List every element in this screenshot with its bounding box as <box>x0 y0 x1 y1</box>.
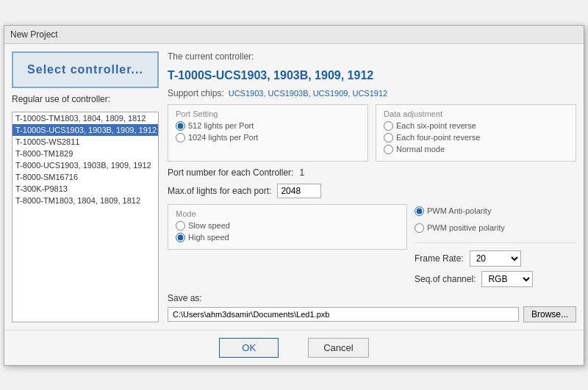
seq-label: Seq.of channel: <box>415 274 476 284</box>
four-point-row: Each four-point reverse <box>384 133 568 142</box>
support-chips-label: Support chips: <box>168 88 224 98</box>
footer: OK Cancel <box>4 330 584 365</box>
list-item[interactable]: T-8000-TM1803, 1804, 1809, 1812 <box>12 195 158 206</box>
pwm-positive-label: PWM positive polarity <box>427 223 505 232</box>
port-number-row: Port number for each Controller: 1 <box>168 167 576 178</box>
frame-rate-label: Frame Rate: <box>415 253 464 264</box>
normal-mode-radio[interactable] <box>384 145 393 154</box>
mid-section: Mode Slow speed High speed <box>168 204 576 287</box>
six-point-row: Each six-point reverse <box>384 121 568 131</box>
title-bar: New Project <box>4 26 584 44</box>
browse-button[interactable]: Browse... <box>523 306 576 322</box>
max-lights-input[interactable] <box>277 184 321 198</box>
ok-button[interactable]: OK <box>219 338 279 358</box>
mid-left: Mode Slow speed High speed <box>168 204 407 287</box>
seq-row: Seq.of channel: RGBRBGGRBGBRBRGBGR <box>415 271 576 287</box>
max-lights-label: Max.of lights for each port: <box>168 186 271 196</box>
slow-speed-label: Slow speed <box>188 221 230 230</box>
seq-select[interactable]: RGBRBGGRBGBRBRGBGR <box>481 271 533 287</box>
four-point-radio[interactable] <box>384 133 393 142</box>
mode-title: Mode <box>176 209 399 218</box>
new-project-window: New Project Select controller... Regular… <box>4 25 584 366</box>
right-panel: The current controller: T-1000S-UCS1903,… <box>168 51 576 322</box>
list-item[interactable]: T-1000S-UCS1903, 1903B, 1909, 1912 <box>12 124 158 136</box>
support-chips-value: UCS1903, UCS1903B, UCS1909, UCS1912 <box>229 89 387 98</box>
pwm-box: PWM Anti-polarity PWM positive polarity <box>415 204 576 235</box>
left-panel: Select controller... Regular use of cont… <box>12 51 159 322</box>
max-lights-row: Max.of lights for each port: <box>168 184 576 198</box>
data-adjustment-box: Data adjustment Each six-point reverse E… <box>376 104 576 162</box>
six-point-label: Each six-point reverse <box>396 121 476 130</box>
current-controller-label: The current controller: <box>168 51 576 62</box>
frame-rate-select[interactable]: 2025304050 <box>470 250 521 267</box>
port-512-radio[interactable] <box>176 121 185 131</box>
normal-mode-label: Normal mode <box>396 145 445 154</box>
mode-box: Mode Slow speed High speed <box>168 204 407 250</box>
cancel-button[interactable]: Cancel <box>308 338 368 358</box>
data-adjustment-title: Data adjustment <box>384 109 568 118</box>
select-controller-button[interactable]: Select controller... <box>12 51 159 88</box>
normal-mode-row: Normal mode <box>384 145 568 154</box>
slow-speed-radio[interactable] <box>176 221 185 231</box>
controller-name: T-1000S-UCS1903, 1903B, 1909, 1912 <box>168 69 576 82</box>
frame-rate-row: Frame Rate: 2025304050 <box>415 250 576 267</box>
pwm-anti-row: PWM Anti-polarity <box>415 206 576 216</box>
list-item[interactable]: T-8000-SM16716 <box>12 171 158 183</box>
save-path-input[interactable] <box>168 307 519 322</box>
list-item[interactable]: T-8000-TM1829 <box>12 148 158 159</box>
port-1024-radio[interactable] <box>176 133 185 142</box>
port-number-label: Port number for each Controller: <box>168 167 293 178</box>
four-point-label: Each four-point reverse <box>396 133 480 142</box>
six-point-radio[interactable] <box>384 121 393 131</box>
save-as-section: Save as: Browse... <box>168 293 576 322</box>
port-512-row: 512 lights per Port <box>176 121 360 131</box>
port-512-label: 512 lights per Port <box>188 121 254 130</box>
save-as-row: Browse... <box>168 306 576 322</box>
port-1024-label: 1024 lights per Port <box>188 133 258 142</box>
save-as-label: Save as: <box>168 293 576 303</box>
pwm-anti-radio[interactable] <box>415 206 424 216</box>
slow-speed-row: Slow speed <box>176 221 399 231</box>
port-number-value: 1 <box>299 167 304 178</box>
controller-list[interactable]: T-1000S-TM1803, 1804, 1809, 1812T-1000S-… <box>12 112 159 322</box>
window-title: New Project <box>10 29 58 40</box>
regular-use-label: Regular use of controller: <box>12 94 159 104</box>
settings-row: Port Setting 512 lights per Port 1024 li… <box>168 104 576 162</box>
list-item[interactable]: T-1000S-WS2811 <box>12 136 158 148</box>
port-setting-box: Port Setting 512 lights per Port 1024 li… <box>168 104 368 162</box>
support-chips-row: Support chips: UCS1903, UCS1903B, UCS190… <box>168 88 576 98</box>
high-speed-radio[interactable] <box>176 233 185 242</box>
list-item[interactable]: T-8000-UCS1903, 1903B, 1909, 1912 <box>12 159 158 171</box>
list-item[interactable]: T-300K-P9813 <box>12 183 158 195</box>
pwm-positive-radio[interactable] <box>415 223 424 233</box>
pwm-positive-row: PWM positive polarity <box>415 223 576 233</box>
mid-right: PWM Anti-polarity PWM positive polarity … <box>415 204 576 287</box>
high-speed-label: High speed <box>188 233 229 242</box>
port-setting-title: Port Setting <box>176 109 360 118</box>
list-item[interactable]: T-1000S-TM1803, 1804, 1809, 1812 <box>12 112 158 124</box>
high-speed-row: High speed <box>176 233 399 242</box>
content-area: Select controller... Regular use of cont… <box>4 44 584 330</box>
pwm-anti-label: PWM Anti-polarity <box>427 206 491 215</box>
port-1024-row: 1024 lights per Port <box>176 133 360 142</box>
